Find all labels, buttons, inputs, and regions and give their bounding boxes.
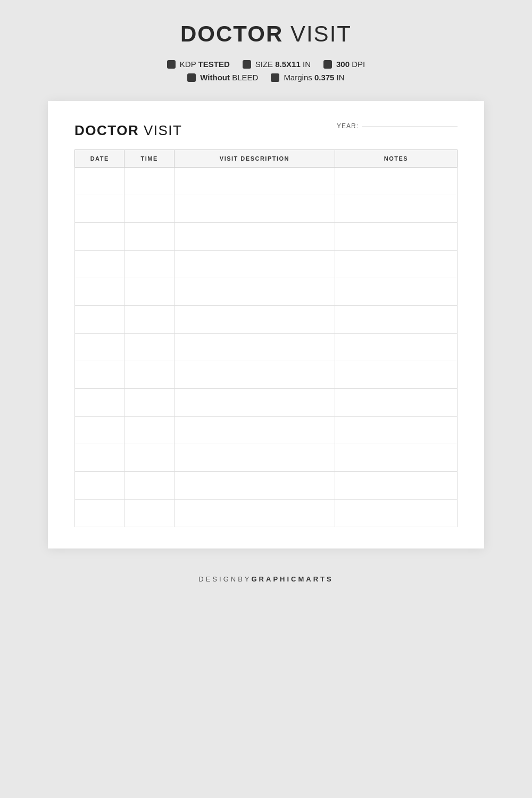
cell-date — [75, 168, 124, 195]
table-row — [75, 472, 458, 500]
table-row — [75, 361, 458, 389]
meta-row-1: KDP TESTED SIZE 8.5X11 IN 300 DPI — [167, 60, 365, 69]
cell-notes — [335, 361, 457, 389]
cell-time — [124, 278, 174, 306]
cell-time — [124, 389, 174, 417]
kdp-icon — [167, 60, 176, 69]
title-bold: DOCTOR — [180, 21, 283, 46]
without-label: Without — [200, 73, 230, 82]
cell-desc — [174, 417, 335, 444]
table-row — [75, 389, 458, 417]
cell-notes — [335, 417, 457, 444]
cell-time — [124, 417, 174, 444]
visit-table: DATE TIME VISIT DESCRIPTION NOTES — [74, 149, 458, 527]
doc-title-bold: DOCTOR — [74, 122, 139, 138]
title-light: VISIT — [283, 21, 352, 46]
cell-notes — [335, 389, 457, 417]
col-header-date: DATE — [75, 150, 124, 168]
meta-kdp: KDP TESTED — [167, 60, 230, 69]
meta-info: KDP TESTED SIZE 8.5X11 IN 300 DPI Withou… — [167, 60, 365, 82]
meta-dpi: 300 DPI — [323, 60, 365, 69]
table-header-row: DATE TIME VISIT DESCRIPTION NOTES — [75, 150, 458, 168]
bleed-icon — [187, 73, 196, 82]
cell-desc — [174, 223, 335, 251]
cell-date — [75, 389, 124, 417]
margins-label: 0.375 — [314, 73, 335, 82]
meta-size: SIZE 8.5X11 IN — [243, 60, 311, 69]
cell-time — [124, 361, 174, 389]
cell-notes — [335, 334, 457, 361]
footer-prefix: DESIGNBY — [198, 575, 251, 583]
meta-row-2: Without BLEED Margins 0.375 IN — [187, 73, 344, 82]
footer: DESIGNBYGRAPHICMARTS — [198, 575, 333, 583]
document-card: DOCTOR VISIT YEAR: DATE TIME VISIT DESCR… — [48, 101, 484, 548]
cell-desc — [174, 389, 335, 417]
cell-date — [75, 306, 124, 334]
cell-notes — [335, 168, 457, 195]
table-row — [75, 306, 458, 334]
cell-desc — [174, 444, 335, 472]
cell-notes — [335, 472, 457, 500]
meta-margins: Margins 0.375 IN — [271, 73, 344, 82]
cell-desc — [174, 168, 335, 195]
table-row — [75, 223, 458, 251]
cell-notes — [335, 500, 457, 527]
doc-title: DOCTOR VISIT — [74, 122, 182, 139]
cell-desc — [174, 195, 335, 223]
cell-time — [124, 195, 174, 223]
year-label: YEAR: — [337, 122, 359, 130]
margins-icon — [271, 73, 279, 82]
col-header-desc: VISIT DESCRIPTION — [174, 150, 335, 168]
cell-time — [124, 500, 174, 527]
size-label: 8.5X11 — [275, 60, 301, 69]
kdp-tested-label: TESTED — [198, 60, 230, 69]
cell-date — [75, 251, 124, 278]
cell-notes — [335, 444, 457, 472]
table-row — [75, 251, 458, 278]
year-underline — [362, 127, 458, 127]
table-row — [75, 444, 458, 472]
dpi-label: 300 — [336, 60, 350, 69]
cell-time — [124, 444, 174, 472]
cell-desc — [174, 500, 335, 527]
table-row — [75, 168, 458, 195]
col-header-notes: NOTES — [335, 150, 457, 168]
cell-desc — [174, 278, 335, 306]
table-row — [75, 417, 458, 444]
doc-header: DOCTOR VISIT YEAR: — [74, 122, 458, 139]
cell-notes — [335, 306, 457, 334]
cell-date — [75, 417, 124, 444]
cell-date — [75, 334, 124, 361]
cell-date — [75, 500, 124, 527]
table-row — [75, 334, 458, 361]
cell-time — [124, 251, 174, 278]
table-row — [75, 195, 458, 223]
cell-notes — [335, 251, 457, 278]
cell-desc — [174, 361, 335, 389]
table-row — [75, 278, 458, 306]
cell-time — [124, 472, 174, 500]
cell-time — [124, 223, 174, 251]
footer-brand: GRAPHICMARTS — [252, 575, 334, 583]
dpi-icon — [323, 60, 332, 69]
cell-date — [75, 444, 124, 472]
cell-date — [75, 223, 124, 251]
cell-time — [124, 334, 174, 361]
table-row — [75, 500, 458, 527]
cell-notes — [335, 223, 457, 251]
cell-desc — [174, 334, 335, 361]
cell-date — [75, 195, 124, 223]
meta-bleed: Without BLEED — [187, 73, 258, 82]
doc-title-light: VISIT — [139, 122, 182, 138]
year-field: YEAR: — [337, 122, 458, 130]
cell-desc — [174, 306, 335, 334]
page-title: DOCTOR VISIT — [180, 21, 352, 47]
cell-date — [75, 278, 124, 306]
cell-date — [75, 472, 124, 500]
cell-notes — [335, 278, 457, 306]
cell-date — [75, 361, 124, 389]
cell-time — [124, 306, 174, 334]
size-icon — [243, 60, 251, 69]
cell-desc — [174, 251, 335, 278]
cell-desc — [174, 472, 335, 500]
